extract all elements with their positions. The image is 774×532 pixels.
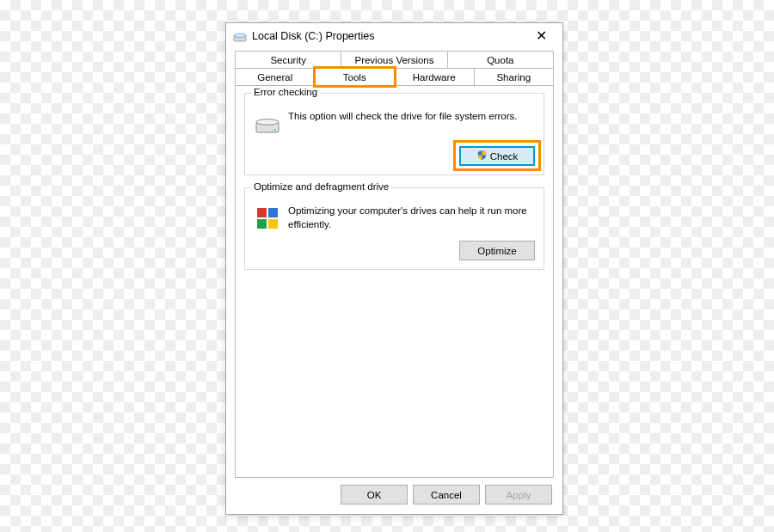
- svg-rect-5: [257, 208, 267, 217]
- tab-tools[interactable]: Tools: [315, 68, 396, 86]
- dialog-footer: OK Cancel Apply: [226, 478, 562, 511]
- svg-rect-6: [268, 208, 278, 217]
- optimize-button[interactable]: Optimize: [459, 241, 535, 260]
- cancel-button[interactable]: Cancel: [413, 485, 480, 504]
- apply-button[interactable]: Apply: [485, 485, 552, 504]
- tab-previous-versions[interactable]: Previous Versions: [341, 51, 447, 69]
- defrag-icon: [254, 205, 281, 232]
- tab-sharing[interactable]: Sharing: [474, 68, 555, 86]
- apply-button-label: Apply: [507, 490, 531, 500]
- properties-dialog: Local Disk (C:) Properties ✕ Security Pr…: [225, 22, 563, 515]
- tab-security[interactable]: Security: [235, 51, 341, 69]
- error-checking-title: Error checking: [251, 87, 320, 97]
- check-button-label: Check: [490, 151, 519, 162]
- optimize-button-label: Optimize: [477, 246, 516, 256]
- tab-panel-tools: Error checking This option will check th…: [235, 86, 554, 478]
- tabs: Security Previous Versions Quota General…: [226, 49, 562, 86]
- tab-general[interactable]: General: [235, 68, 316, 86]
- disk-icon: [233, 29, 247, 43]
- error-checking-group: Error checking This option will check th…: [244, 93, 544, 175]
- optimize-title: Optimize and defragment drive: [251, 181, 391, 192]
- titlebar: Local Disk (C:) Properties ✕: [226, 23, 562, 49]
- optimize-group: Optimize and defragment drive Optimizing…: [244, 187, 544, 270]
- tab-quota[interactable]: Quota: [447, 51, 554, 69]
- cancel-button-label: Cancel: [431, 490, 462, 500]
- svg-point-3: [256, 119, 279, 125]
- close-button[interactable]: ✕: [525, 25, 557, 46]
- tab-hardware[interactable]: Hardware: [394, 68, 475, 86]
- ok-button-label: OK: [367, 490, 382, 500]
- error-checking-desc: This option will check the drive for fil…: [288, 110, 518, 124]
- hard-drive-icon: [254, 110, 281, 138]
- svg-rect-8: [268, 219, 278, 229]
- window-title: Local Disk (C:) Properties: [252, 30, 374, 42]
- check-button-highlight: Check: [459, 146, 535, 166]
- ok-button[interactable]: OK: [341, 485, 408, 504]
- svg-point-1: [234, 34, 246, 37]
- optimize-desc: Optimizing your computer's drives can he…: [288, 205, 535, 231]
- svg-point-4: [273, 129, 275, 131]
- svg-rect-7: [257, 219, 267, 229]
- check-button[interactable]: Check: [459, 146, 535, 166]
- shield-icon: [476, 150, 488, 162]
